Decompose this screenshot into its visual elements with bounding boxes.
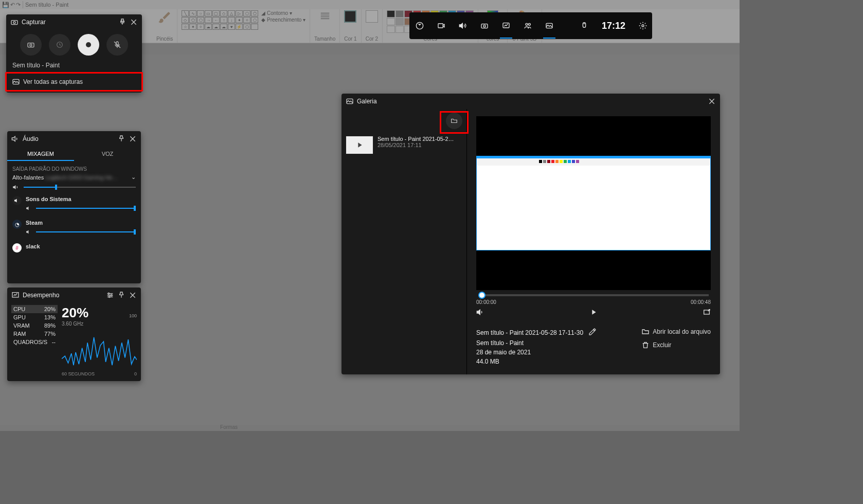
svg-rect-2 <box>481 24 488 28</box>
close-icon[interactable] <box>129 291 137 299</box>
gallery-window: Galeria Sem título - Paint 2021-05-2… 28… <box>341 94 720 374</box>
master-volume-slider[interactable] <box>12 184 136 191</box>
perf-min: 0 <box>134 371 137 376</box>
close-icon[interactable] <box>130 18 138 26</box>
gallery-icon <box>12 78 20 86</box>
pin-icon[interactable] <box>117 135 125 143</box>
performance-widget-icon[interactable] <box>502 20 510 31</box>
system-sounds-slider[interactable] <box>26 205 136 211</box>
svg-point-18 <box>108 293 110 294</box>
capture-title: Capturar <box>22 19 115 26</box>
video-play-button[interactable] <box>589 308 598 318</box>
volume-icon <box>12 184 20 191</box>
screenshot-button[interactable] <box>20 34 42 56</box>
output-device-dropdown[interactable]: Alto-falantes Logitech G933 Gaming He… ⌄ <box>12 174 136 181</box>
capture-name: Sem título - Paint 2021-05-2… <box>377 136 454 142</box>
broadcast-icon[interactable] <box>437 20 445 31</box>
gallery-icon <box>346 97 354 105</box>
record-last-button[interactable] <box>49 34 70 56</box>
perf-row-gpu: GPU13% <box>11 313 58 321</box>
steam-slider[interactable] <box>26 229 136 235</box>
system-sounds-icon <box>12 196 22 205</box>
perf-row-fps: QUADROS/S-- <box>11 338 58 346</box>
capture-thumbnail <box>346 136 373 154</box>
performance-icon <box>11 291 20 299</box>
pin-icon[interactable] <box>117 291 125 299</box>
audio-title: Áudio <box>23 135 114 142</box>
svg-rect-10 <box>11 21 17 25</box>
view-all-captures-button[interactable]: Ver todas as capturas <box>5 72 143 92</box>
capture-list-item[interactable]: Sem título - Paint 2021-05-2… 28/05/2021… <box>341 133 466 157</box>
slack-icon: # <box>12 243 22 253</box>
perf-max: 100 <box>129 313 137 318</box>
performance-widget: Desempenho CPU20% GPU13% VRAM89% RAM77% … <box>7 287 141 381</box>
pencil-icon <box>588 328 597 336</box>
camera-icon <box>10 18 19 26</box>
video-preview[interactable] <box>476 116 711 290</box>
highlight-box <box>440 111 469 134</box>
svg-point-11 <box>13 22 15 24</box>
svg-point-19 <box>111 295 112 296</box>
video-time-end: 00:00:48 <box>691 299 711 305</box>
xbox-icon[interactable] <box>416 20 424 31</box>
svg-point-6 <box>528 23 530 25</box>
open-file-location-button[interactable]: Abrir local do arquivo <box>641 328 711 336</box>
tab-mixagem[interactable]: MIXAGEM <box>7 147 74 161</box>
video-seek-slider[interactable] <box>478 294 709 296</box>
capture-date: 28/05/2021 17:11 <box>377 142 454 148</box>
info-filename: Sem título - Paint 2021-05-28 17-11-30 <box>476 329 583 336</box>
social-icon[interactable] <box>524 20 532 31</box>
perf-row-cpu: CPU20% <box>11 305 58 313</box>
svg-rect-1 <box>438 24 443 28</box>
rename-button[interactable] <box>588 328 597 337</box>
perf-metric-list[interactable]: CPU20% GPU13% VRAM89% RAM77% QUADROS/S-- <box>11 305 58 376</box>
tab-voz[interactable]: VOZ <box>74 147 141 161</box>
capture-widget-icon[interactable] <box>480 20 489 31</box>
info-size: 44.0 MB <box>476 358 597 365</box>
folder-icon <box>641 328 650 336</box>
gallery-widget-icon[interactable] <box>545 20 553 31</box>
audio-icon[interactable] <box>459 20 467 31</box>
perf-duration: 60 SEGUNDOS <box>62 371 95 376</box>
capture-app-name: Sem título - Paint <box>6 60 142 71</box>
close-icon[interactable] <box>708 97 716 105</box>
output-section-label: SAÍDA PADRÃO DO WINDOWS <box>12 166 136 172</box>
settings-icon[interactable] <box>639 20 647 31</box>
pin-icon[interactable] <box>118 18 127 26</box>
delete-button[interactable]: Excluir <box>641 341 711 349</box>
svg-point-13 <box>30 44 32 46</box>
steam-icon: ◔ <box>12 220 22 229</box>
chevron-down-icon: ⌄ <box>131 174 136 181</box>
info-appname: Sem título - Paint <box>476 339 597 347</box>
svg-point-3 <box>483 25 486 27</box>
perf-title: Desempenho <box>23 292 103 299</box>
speaker-icon <box>11 135 20 143</box>
mouse-icon[interactable] <box>580 20 588 31</box>
gallery-sidebar: Sem título - Paint 2021-05-2… 28/05/2021… <box>341 109 467 374</box>
video-fullscreen-button[interactable] <box>703 308 711 318</box>
video-volume-button[interactable] <box>476 308 484 318</box>
svg-point-9 <box>642 25 644 27</box>
svg-point-5 <box>526 23 528 25</box>
gallery-title: Galeria <box>357 98 705 105</box>
perf-row-vram: VRAM89% <box>11 321 58 330</box>
perf-row-ram: RAM77% <box>11 330 58 338</box>
app-vol-name: Steam <box>26 220 136 226</box>
app-vol-name: slack <box>26 243 136 249</box>
trash-icon <box>641 341 650 349</box>
close-icon[interactable] <box>129 135 137 143</box>
capture-widget: Capturar Sem título - Paint Ver todas as… <box>6 14 142 93</box>
svg-point-20 <box>109 296 110 298</box>
mic-toggle-button[interactable] <box>106 34 128 56</box>
volume-icon <box>26 205 32 211</box>
record-button[interactable] <box>78 34 99 56</box>
gamebar-time: 17:12 <box>602 21 625 31</box>
app-vol-name: Sons do Sistema <box>26 196 136 202</box>
gamebar-toolbar: 17:12 <box>409 12 652 39</box>
audio-widget: Áudio MIXAGEM VOZ SAÍDA PADRÃO DO WINDOW… <box>7 131 141 283</box>
perf-big-value: 20% <box>62 305 88 321</box>
perf-sub-value: 3.60 GHz <box>62 321 88 327</box>
video-time-start: 00:00:00 <box>476 299 496 305</box>
cpu-sparkline <box>62 327 137 369</box>
options-icon[interactable] <box>106 291 114 299</box>
